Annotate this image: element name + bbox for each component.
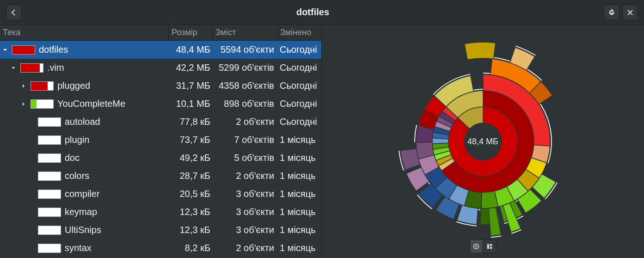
rescan-button[interactable]: [604, 5, 619, 20]
chart-pane: 48,4 МБ: [322, 25, 644, 258]
tree-row[interactable]: doc49,2 кБ5 об'єктів1 місяць: [0, 149, 321, 167]
folder-contents: 2 об'єкти: [212, 243, 278, 253]
column-header-folder[interactable]: Тека: [0, 25, 168, 40]
folder-modified: 1 місяць: [278, 189, 321, 199]
folder-name: .vim: [47, 62, 64, 73]
svg-rect-5: [490, 247, 491, 249]
size-bar: [38, 117, 61, 127]
folder-name: syntax: [65, 243, 92, 253]
folder-contents: 3 об'єкти: [212, 207, 278, 217]
size-bar: [38, 172, 61, 181]
size-bar: [38, 208, 61, 217]
column-header-contents[interactable]: Зміст: [212, 25, 278, 40]
folder-contents: 2 об'єкти: [212, 117, 278, 127]
folder-name: doc: [65, 153, 80, 163]
svg-rect-3: [487, 244, 489, 249]
tree-header: Тека Розмір Зміст Змінено: [0, 25, 321, 41]
treemap-view-button[interactable]: [483, 240, 496, 253]
tree-row[interactable]: YouCompleteMe10,1 МБ898 об'єктівСьогодні: [0, 95, 321, 113]
folder-modified: Сьогодні: [278, 80, 321, 91]
column-header-size[interactable]: Розмір: [168, 25, 212, 40]
folder-contents: 5594 об'єкти: [212, 44, 278, 55]
size-bar: [38, 135, 61, 145]
tree-row[interactable]: dotfiles48,4 МБ5594 об'єктиСьогодні: [0, 41, 321, 59]
chart-area: 48,4 МБ: [322, 25, 644, 258]
close-button[interactable]: [622, 5, 638, 20]
folder-contents: 2 об'єкти: [212, 171, 278, 181]
size-bar: [12, 45, 35, 55]
folder-name: UltiSnips: [65, 225, 101, 235]
folder-name: dotfiles: [39, 44, 68, 55]
folder-size: 12,3 кБ: [168, 225, 212, 235]
folder-name: plugin: [65, 135, 89, 145]
tree-row[interactable]: compiler20,5 кБ3 об'єкти1 місяць: [0, 185, 321, 203]
folder-size: 10,1 МБ: [168, 98, 212, 109]
folder-name: YouCompleteMe: [57, 98, 125, 109]
folder-modified: 1 місяць: [278, 171, 321, 181]
chevron-down-icon[interactable]: [2, 47, 8, 53]
folder-name: plugged: [57, 80, 90, 91]
folder-size: 49,2 кБ: [168, 153, 212, 163]
svg-point-0: [465, 123, 502, 160]
tree-body: dotfiles48,4 МБ5594 об'єктиСьогодні.vim4…: [0, 41, 321, 258]
back-button[interactable]: [6, 5, 22, 20]
size-bar: [31, 81, 54, 91]
tree-row[interactable]: autoload77,8 кБ2 об'єктиСьогодні: [0, 113, 321, 131]
folder-contents: 7 об'єктів: [212, 135, 278, 145]
folder-contents: 4358 об'єктів: [212, 80, 278, 91]
size-bar: [38, 226, 61, 235]
folder-size: 42,2 МБ: [168, 62, 212, 73]
folder-size: 48,4 МБ: [168, 44, 212, 55]
folder-modified: 1 місяць: [278, 225, 321, 235]
rings-view-button[interactable]: [470, 240, 483, 253]
folder-size: 8,2 кБ: [168, 243, 212, 253]
folder-size: 77,8 кБ: [168, 117, 212, 127]
chevron-right-icon[interactable]: [20, 101, 27, 107]
size-bar: [38, 154, 61, 163]
folder-name: keymap: [65, 207, 97, 217]
folder-contents: 898 об'єктів: [212, 98, 278, 109]
tree-row[interactable]: syntax8,2 кБ2 об'єкти1 місяць: [0, 239, 321, 257]
size-bar: [20, 63, 43, 73]
folder-contents: 3 об'єкти: [212, 225, 278, 235]
folder-size: 73,7 кБ: [168, 135, 212, 145]
folder-size: 31,7 МБ: [168, 80, 212, 91]
size-bar: [31, 99, 54, 109]
column-header-modified[interactable]: Змінено: [278, 25, 321, 40]
svg-point-2: [475, 246, 477, 247]
tree-row[interactable]: .vim42,2 МБ5299 об'єктівСьогодні: [0, 59, 321, 77]
folder-modified: 1 місяць: [278, 135, 321, 145]
titlebar: dotfiles: [0, 0, 644, 25]
tree-row[interactable]: plugged31,7 МБ4358 об'єктівСьогодні: [0, 77, 321, 95]
tree-row[interactable]: colors28,7 кБ2 об'єкти1 місяць: [0, 167, 321, 185]
folder-name: colors: [65, 171, 89, 181]
folder-contents: 5299 об'єктів: [212, 62, 278, 73]
folder-modified: 1 місяць: [278, 207, 321, 217]
folder-name: autoload: [65, 117, 100, 127]
folder-modified: Сьогодні: [278, 98, 321, 109]
tree-row[interactable]: keymap12,3 кБ3 об'єкти1 місяць: [0, 203, 321, 221]
folder-modified: Сьогодні: [278, 44, 321, 55]
chart-view-toolbar: [470, 240, 497, 253]
chevron-right-icon[interactable]: [20, 83, 27, 89]
sunburst-chart[interactable]: [368, 35, 599, 248]
folder-modified: 1 місяць: [278, 243, 321, 253]
folder-size: 28,7 кБ: [168, 171, 212, 181]
window-title: dotfiles: [23, 7, 602, 18]
tree-pane: Тека Розмір Зміст Змінено dotfiles48,4 М…: [0, 25, 322, 258]
folder-size: 12,3 кБ: [168, 207, 212, 217]
folder-name: compiler: [65, 189, 100, 199]
folder-size: 20,5 кБ: [168, 189, 212, 199]
folder-contents: 3 об'єкти: [212, 189, 278, 199]
chevron-down-icon[interactable]: [10, 65, 17, 71]
size-bar: [38, 190, 61, 199]
folder-modified: 1 місяць: [278, 153, 321, 163]
folder-modified: Сьогодні: [278, 62, 321, 73]
size-bar: [38, 244, 61, 253]
tree-row[interactable]: plugin73,7 кБ7 об'єктів1 місяць: [0, 131, 321, 149]
folder-modified: Сьогодні: [278, 117, 321, 127]
folder-contents: 5 об'єктів: [212, 153, 278, 163]
svg-rect-4: [490, 244, 491, 246]
tree-row[interactable]: UltiSnips12,3 кБ3 об'єкти1 місяць: [0, 221, 321, 239]
